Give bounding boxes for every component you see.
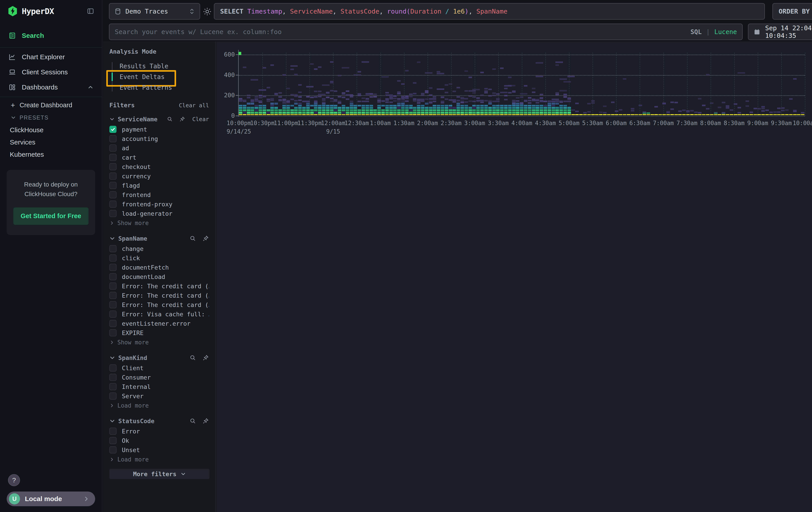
source-select[interactable]: Demo Traces [109,3,200,20]
search-icon[interactable] [190,235,196,242]
presets-toggle[interactable]: PRESETS [0,111,102,124]
sql-select-input[interactable]: SELECT Timestamp, ServiceName, StatusCod… [214,3,765,20]
filter-checkbox-row[interactable]: EXPIRE [109,328,209,338]
sidebar-item-dashboards[interactable]: Dashboards [0,80,102,95]
filter-checkbox-row[interactable]: Error: Visa cache full: … [109,309,209,319]
clear-all-filters-link[interactable]: Clear all [179,102,209,109]
chevron-down-icon[interactable] [109,116,115,122]
filter-checkbox-row[interactable]: eventListener.error [109,319,209,328]
checkbox[interactable] [109,191,117,198]
filter-checkbox-row[interactable]: documentLoad [109,272,209,281]
sql-mode-toggle[interactable]: SQL [690,28,702,36]
order-by-input[interactable]: ORDER BY Timestamp DESC [773,3,812,20]
filter-checkbox-row[interactable]: cart [109,153,209,162]
filter-checkbox-row[interactable]: Error [109,427,209,436]
search-input[interactable] [115,28,686,36]
filter-checkbox-row[interactable]: ad [109,143,209,153]
filter-checkbox-row[interactable]: currency [109,171,209,181]
filter-checkbox-row[interactable]: Error: The credit card (… [109,291,209,300]
sidebar-preset-link[interactable]: ClickHouse [0,124,102,136]
checkbox[interactable] [109,273,117,280]
filter-checkbox-row[interactable]: Error: The credit card (… [109,300,209,309]
sidebar-item-search[interactable]: Search [0,28,102,43]
checkbox[interactable] [109,144,117,152]
time-range-picker[interactable]: Sep 14 22:04:35 - Sep 15 10:04:35 [748,24,812,40]
clear-filter-link[interactable]: Clear [192,116,209,123]
filter-checkbox-row[interactable]: Consumer [109,373,209,382]
sidebar-collapse-icon[interactable] [87,7,94,15]
chevron-down-icon[interactable] [109,236,115,241]
filter-checkbox-row[interactable]: change [109,244,209,253]
search-icon[interactable] [190,417,196,424]
checkbox[interactable] [109,245,117,252]
show-more-button[interactable]: Show more [109,338,209,347]
sidebar-item-client-sessions[interactable]: Client Sessions [0,64,102,80]
filter-checkbox-row[interactable]: Client [109,363,209,373]
checkbox[interactable] [109,301,117,308]
load-more-button[interactable]: Load more [109,401,209,410]
checkbox[interactable] [109,437,117,444]
checkbox[interactable] [109,135,117,142]
account-menu[interactable]: U Local mode [7,491,95,506]
gear-icon[interactable] [202,7,212,17]
checkbox[interactable] [109,210,117,217]
checkbox[interactable] [109,172,117,180]
more-filters-button[interactable]: More filters [109,469,209,479]
checkbox[interactable] [109,154,117,161]
checkbox[interactable] [109,126,117,133]
sidebar-preset-link[interactable]: Services [0,136,102,148]
filter-checkbox-row[interactable]: Ok [109,436,209,445]
load-more-button[interactable]: Load more [109,455,209,464]
checkbox[interactable] [109,320,117,327]
filter-checkbox-row[interactable]: payment [109,125,209,134]
filter-checkbox-row[interactable]: frontend-proxy [109,199,209,209]
checkbox[interactable] [109,374,117,381]
pin-icon[interactable] [202,235,209,242]
search-icon[interactable] [167,116,173,123]
pin-icon[interactable] [202,354,209,361]
filter-checkbox-row[interactable]: accounting [109,134,209,143]
x-date-label: 9/14/25 [227,128,251,135]
checkbox[interactable] [109,446,117,454]
chevron-down-icon[interactable] [109,418,115,424]
filter-checkbox-row[interactable]: Server [109,392,209,401]
checkbox[interactable] [109,163,117,170]
create-dashboard-button[interactable]: + Create Dashboard [0,99,102,111]
pin-icon[interactable] [202,417,209,424]
pin-icon[interactable] [179,116,185,123]
lucene-mode-toggle[interactable]: Lucene [715,28,737,36]
checkbox[interactable] [109,311,117,318]
analysis-mode-option[interactable]: Event Deltas [112,72,209,82]
checkbox[interactable] [109,292,117,299]
analysis-mode-option[interactable]: Event Patterns [112,82,209,93]
sidebar-preset-link[interactable]: Kubernetes [0,148,102,161]
filter-checkbox-row[interactable]: Error: The credit card (… [109,281,209,291]
filter-checkbox-row[interactable]: documentFetch [109,263,209,272]
checkbox[interactable] [109,365,117,372]
checkbox[interactable] [109,182,117,189]
checkbox[interactable] [109,329,117,336]
show-more-button[interactable]: Show more [109,218,209,228]
filter-checkbox-row[interactable]: flagd [109,181,209,190]
analysis-mode-option[interactable]: Results Table [112,61,209,72]
filter-checkbox-row[interactable]: frontend [109,190,209,199]
chevron-down-icon[interactable] [109,355,115,360]
help-button[interactable]: ? [8,474,20,486]
duration-heatmap-chart[interactable]: 020040060010:00pm10:30pm11:00pm11:30pm12… [239,53,805,116]
checkbox[interactable] [109,393,117,400]
sidebar-item-chart-explorer[interactable]: Chart Explorer [0,49,102,64]
checkbox[interactable] [109,200,117,208]
get-started-button[interactable]: Get Started for Free [13,208,88,225]
search-icon[interactable] [190,354,196,361]
checkbox[interactable] [109,264,117,271]
filter-checkbox-row[interactable]: load-generator [109,209,209,218]
checkbox[interactable] [109,254,117,262]
filter-checkbox-row[interactable]: Internal [109,382,209,392]
checkbox[interactable] [109,282,117,290]
x-tick-label: 2:00am [417,120,438,127]
checkbox[interactable] [109,383,117,390]
filter-checkbox-row[interactable]: click [109,253,209,263]
checkbox[interactable] [109,428,117,435]
filter-checkbox-row[interactable]: checkout [109,162,209,171]
filter-checkbox-row[interactable]: Unset [109,445,209,455]
